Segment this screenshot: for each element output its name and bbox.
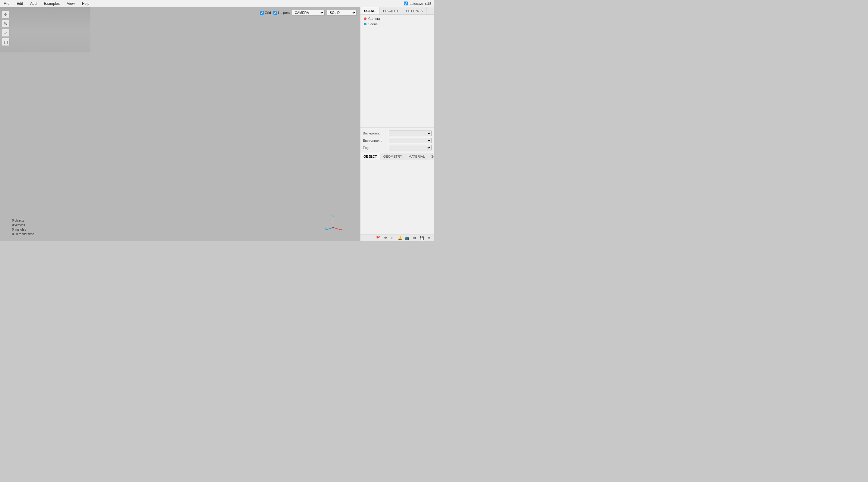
tool-rotate[interactable]: ↻ xyxy=(2,20,10,28)
tool-scale[interactable]: ⤢ xyxy=(2,29,10,37)
menu-file[interactable]: File xyxy=(2,1,10,6)
viewport-area[interactable]: ✛ ↻ ⤢ ▢ Grid Helpers CAMERA PERSPECTIVE … xyxy=(0,7,360,241)
stat-render-time: 0.80 render time xyxy=(12,232,34,236)
main-layout: ✛ ↻ ⤢ ▢ Grid Helpers CAMERA PERSPECTIVE … xyxy=(0,7,434,241)
prop-fog: Fog xyxy=(363,145,432,150)
tab-script[interactable]: SCRIPT xyxy=(428,153,434,160)
scene-tabs: SCENE PROJECT SETTINGS xyxy=(361,7,434,15)
menu-help[interactable]: Help xyxy=(81,1,91,6)
helpers-checkbox[interactable] xyxy=(273,11,277,15)
environment-label: Environment xyxy=(363,139,387,142)
menu-bar: File Edit Add Examples View Help autosav… xyxy=(0,0,434,7)
status-icon-settings[interactable]: ⚙ xyxy=(426,235,432,241)
menu-add[interactable]: Add xyxy=(29,1,38,6)
tab-object[interactable]: OBJECT xyxy=(361,153,380,160)
scene-notes-area xyxy=(361,92,434,128)
viewport-controls: Grid Helpers CAMERA PERSPECTIVE TOP FRON… xyxy=(260,10,356,16)
tab-geometry[interactable]: GEOMETRY xyxy=(380,153,406,160)
camera-dropdown[interactable]: CAMERA PERSPECTIVE TOP FRONT LEFT xyxy=(292,10,324,16)
menu-examples[interactable]: Examples xyxy=(42,1,61,6)
resize-handle[interactable] xyxy=(431,124,434,127)
scene-dot xyxy=(364,23,367,25)
tab-project[interactable]: PROJECT xyxy=(379,7,402,14)
tab-scene[interactable]: SCENE xyxy=(361,7,379,14)
environment-select[interactable] xyxy=(389,138,432,143)
status-icon-flag[interactable]: 🚩 xyxy=(375,235,381,241)
background-label: Background xyxy=(363,131,387,135)
svg-point-40 xyxy=(333,227,334,229)
fog-select[interactable] xyxy=(389,145,432,150)
svg-line-38 xyxy=(327,228,333,230)
svg-text:X: X xyxy=(341,228,342,231)
camera-label: Camera xyxy=(368,17,380,21)
grid-canvas xyxy=(0,7,90,53)
autosave-checkbox[interactable] xyxy=(404,1,408,5)
tool-select[interactable]: ▢ xyxy=(2,38,10,46)
tab-settings[interactable]: SETTINGS xyxy=(402,7,427,14)
grid-checkbox-label[interactable]: Grid xyxy=(260,11,271,15)
tab-material[interactable]: MATERIAL xyxy=(405,153,428,160)
helpers-label: Helpers xyxy=(278,11,290,14)
right-panel: SCENE PROJECT SETTINGS Camera Scene Back… xyxy=(360,7,434,241)
scene-content: Camera Scene xyxy=(361,15,434,92)
svg-line-36 xyxy=(333,228,341,230)
svg-rect-0 xyxy=(0,7,90,53)
grid-label: Grid xyxy=(265,11,271,14)
background-select[interactable] xyxy=(389,130,432,136)
autosave-count: r163 xyxy=(425,2,432,5)
left-toolbar: ✛ ↻ ⤢ ▢ xyxy=(2,11,10,46)
status-icon-zh[interactable]: 中 xyxy=(383,235,388,241)
fog-label: Fog xyxy=(363,146,387,150)
status-icon-monitor[interactable]: 📺 xyxy=(404,235,410,241)
stat-objects: 0 objects xyxy=(12,218,34,223)
status-icon-save[interactable]: 💾 xyxy=(419,235,424,241)
autosave-label: autosave xyxy=(410,2,423,5)
bottom-tabs: OBJECT GEOMETRY MATERIAL SCRIPT ▸ xyxy=(361,153,434,160)
status-icon-bell[interactable]: 🔔 xyxy=(397,235,403,241)
scene-label: Scene xyxy=(368,22,378,26)
stat-vertices: 0 vertices xyxy=(12,223,34,227)
bottom-status-bar: 🚩 中 ☾ 🔔 📺 🖥 💾 ⚙ xyxy=(361,235,434,241)
svg-text:Y: Y xyxy=(333,215,334,218)
prop-environment: Environment xyxy=(363,138,432,143)
menu-view[interactable]: View xyxy=(66,1,76,6)
menu-edit[interactable]: Edit xyxy=(16,1,24,6)
tool-move[interactable]: ✛ xyxy=(2,11,10,19)
render-dropdown[interactable]: SOLID WIREFRAME POINTS xyxy=(327,10,356,16)
autosave-area: autosave r163 xyxy=(404,1,432,5)
scene-item-scene[interactable]: Scene xyxy=(361,21,434,27)
status-icon-screen[interactable]: 🖥 xyxy=(412,235,417,241)
helpers-checkbox-label[interactable]: Helpers xyxy=(273,11,290,15)
stat-triangles: 0 triangles xyxy=(12,227,34,232)
scene-properties: Background Environment Fog xyxy=(361,128,434,153)
grid-checkbox[interactable] xyxy=(260,11,264,15)
stats-overlay: 0 objects 0 vertices 0 triangles 0.80 re… xyxy=(12,218,34,236)
scene-item-camera[interactable]: Camera xyxy=(361,16,434,21)
axis-gizmo: Y X Z xyxy=(324,214,342,232)
object-properties-area xyxy=(361,160,434,235)
svg-text:Z: Z xyxy=(324,228,327,231)
camera-dot xyxy=(364,18,367,20)
status-icon-moon[interactable]: ☾ xyxy=(390,235,396,241)
prop-background: Background xyxy=(363,130,432,136)
